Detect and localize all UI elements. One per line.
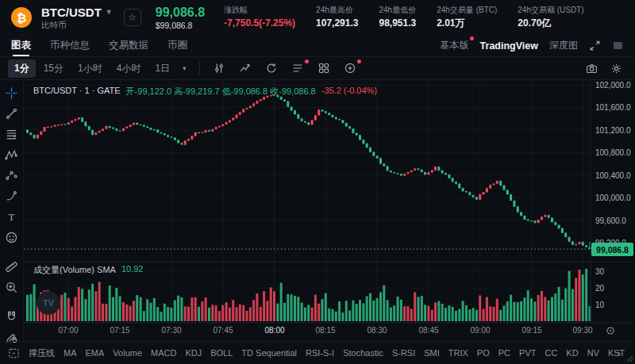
- scale-settings-icon[interactable]: [605, 325, 616, 336]
- indicator-CC[interactable]: CC: [545, 348, 557, 358]
- panel-layout-icon[interactable]: [612, 40, 624, 52]
- ruler-icon[interactable]: [5, 260, 18, 274]
- star-icon: ☆: [128, 12, 137, 23]
- brush-icon[interactable]: [5, 190, 18, 203]
- text-tool-icon[interactable]: T: [5, 210, 18, 224]
- drawing-tools-rail: T: [0, 80, 24, 341]
- symbol-title[interactable]: BTC/USDT: [41, 6, 102, 19]
- y-axis-label: 100,800.0: [595, 148, 631, 157]
- chart-canvas[interactable]: BTC/USDT · 1 · GATE 开-99,122.0 高-99,219.…: [24, 80, 635, 341]
- volume-legend-label: 成交量(Volume) SMA: [33, 264, 116, 276]
- indicator-PC[interactable]: PC: [498, 348, 510, 358]
- indicator-TRIX[interactable]: TRIX: [448, 348, 468, 358]
- indicator-Stochastic[interactable]: Stochastic: [343, 348, 383, 358]
- last-price: 99,086.8: [156, 5, 205, 20]
- indicator-TD Sequential[interactable]: TD Sequential: [241, 348, 297, 358]
- y-axis-label: 99,600.0: [595, 216, 626, 225]
- indicators-sliders-icon[interactable]: [213, 62, 225, 75]
- zoom-in-icon[interactable]: [5, 281, 18, 294]
- template-list-icon[interactable]: [291, 62, 304, 75]
- volume-axis-label: 20: [595, 284, 604, 293]
- forecast-icon[interactable]: [5, 169, 18, 182]
- x-axis-label: 07:30: [156, 326, 187, 335]
- view-basic-link[interactable]: 基本版: [441, 39, 469, 52]
- chevron-right-icon[interactable]: ›: [618, 348, 621, 358]
- indicator-Volume[interactable]: Volume: [113, 348, 142, 358]
- chart-view-switch: 基本版 TradingView 深度图: [441, 35, 624, 56]
- tab-图表[interactable]: 图表: [11, 35, 31, 56]
- indicator-SMI[interactable]: SMI: [424, 348, 440, 358]
- volume-axis-label: 30: [595, 267, 604, 276]
- gear-icon[interactable]: [610, 63, 622, 75]
- indicator-撑压线[interactable]: 撑压线: [29, 347, 55, 359]
- expand-icon[interactable]: [589, 40, 601, 52]
- x-axis-label: 08:45: [413, 326, 444, 335]
- legend-symbol: BTC/USDT · 1 · GATE: [33, 86, 121, 98]
- timeframe-1分[interactable]: 1分: [8, 59, 36, 78]
- timeframe-group: 1分15分1小时4小时1日: [8, 59, 176, 78]
- last-price-usd: $99,086.8: [156, 21, 205, 31]
- crosshair-icon[interactable]: [5, 86, 18, 100]
- fib-retracement-icon[interactable]: [5, 128, 18, 141]
- stat-2: 24h最低价98,951.3: [379, 6, 416, 29]
- magnet-icon[interactable]: [5, 310, 18, 324]
- interval-dropdown-icon[interactable]: ▾: [179, 64, 190, 72]
- x-axis-label: 07:15: [104, 326, 136, 335]
- refresh-icon[interactable]: [265, 62, 278, 75]
- layout-grid-icon[interactable]: [318, 62, 330, 75]
- resize-handle[interactable]: [626, 355, 633, 362]
- timeframe-1日[interactable]: 1日: [148, 59, 176, 78]
- price-block: 99,086.8 $99,086.8: [156, 5, 205, 31]
- y-axis-label: 101,200.0: [595, 126, 631, 135]
- indicator-S-RSI[interactable]: S-RSI: [392, 348, 415, 358]
- custom-indicator-icon[interactable]: [8, 347, 20, 359]
- add-circle-icon[interactable]: [344, 62, 356, 75]
- tab-交易数据[interactable]: 交易数据: [109, 35, 148, 56]
- symbol-block[interactable]: BTC/USDT ▼ 比特币: [41, 6, 113, 29]
- y-axis-label: 102,000.0: [595, 81, 631, 90]
- favorite-star-button[interactable]: ☆: [124, 9, 141, 26]
- indicator-BOLL[interactable]: BOLL: [210, 348, 233, 358]
- legend-change: -35.2 (-0.04%): [321, 86, 377, 98]
- x-axis-label: 09:00: [464, 326, 496, 335]
- tab-bar: 图表币种信息交易数据币圈 基本版 TradingView 深度图: [0, 35, 635, 57]
- indicator-bar: 撑压线MAEMAVolumeMACDKDJBOLLTD SequentialRS…: [0, 341, 635, 364]
- header: ₿ BTC/USDT ▼ 比特币 ☆ 99,086.8 $99,086.8 涨跌…: [0, 0, 635, 35]
- indicator-MA[interactable]: MA: [64, 348, 77, 358]
- indicator-items: 撑压线MAEMAVolumeMACDKDJBOLLTD SequentialRS…: [29, 347, 627, 359]
- svg-text:T: T: [9, 212, 15, 223]
- indicator-RSI-S-I[interactable]: RSI-S-I: [306, 348, 334, 358]
- timeframe-15分[interactable]: 15分: [37, 59, 70, 78]
- toolbar-right-icons: [586, 63, 627, 75]
- stat-3: 24h交易量 (BTC)2.01万: [437, 6, 497, 29]
- xabcd-pattern-icon[interactable]: [5, 148, 18, 162]
- timeframe-1小时[interactable]: 1小时: [71, 59, 109, 78]
- indicator-KDJ[interactable]: KDJ: [185, 348, 202, 358]
- indicator-KD[interactable]: KD: [566, 348, 578, 358]
- stat-value: 2.01万: [437, 17, 497, 29]
- y-axis-label: 101,600.0: [595, 103, 631, 112]
- indicator-PO[interactable]: PO: [477, 348, 490, 358]
- volume-legend: 成交量(Volume) SMA 10.92: [33, 264, 143, 276]
- stat-value: 20.70亿: [518, 17, 583, 29]
- indicator-NV[interactable]: NV: [587, 348, 599, 358]
- y-axis-label: 100,000.0: [595, 193, 631, 202]
- stat-label: 24h交易额 (USDT): [518, 6, 583, 15]
- timeframe-4小时[interactable]: 4小时: [110, 59, 148, 78]
- tab-币种信息[interactable]: 币种信息: [50, 35, 90, 56]
- tab-币圈[interactable]: 币圈: [167, 35, 187, 56]
- indicator-chart-icon[interactable]: [239, 62, 252, 75]
- trend-line-icon[interactable]: [5, 107, 18, 121]
- indicator-MACD[interactable]: MACD: [151, 348, 176, 358]
- volume-sma-value: 10.92: [121, 264, 144, 276]
- legend-ohlc: 开-99,122.0 高-99,219.7 低-99,086.8 收-99,08…: [126, 86, 316, 98]
- ohlc-legend: BTC/USDT · 1 · GATE 开-99,122.0 高-99,219.…: [33, 86, 377, 98]
- btc-logo-icon: ₿: [11, 7, 32, 28]
- indicator-KST[interactable]: KST: [608, 348, 625, 358]
- camera-icon[interactable]: [586, 63, 598, 75]
- indicator-PVT[interactable]: PVT: [519, 348, 536, 358]
- view-depth-link[interactable]: 深度图: [549, 39, 578, 52]
- indicator-EMA[interactable]: EMA: [86, 348, 105, 358]
- view-tradingview-link[interactable]: TradingView: [480, 40, 538, 52]
- emoji-icon[interactable]: [5, 231, 18, 244]
